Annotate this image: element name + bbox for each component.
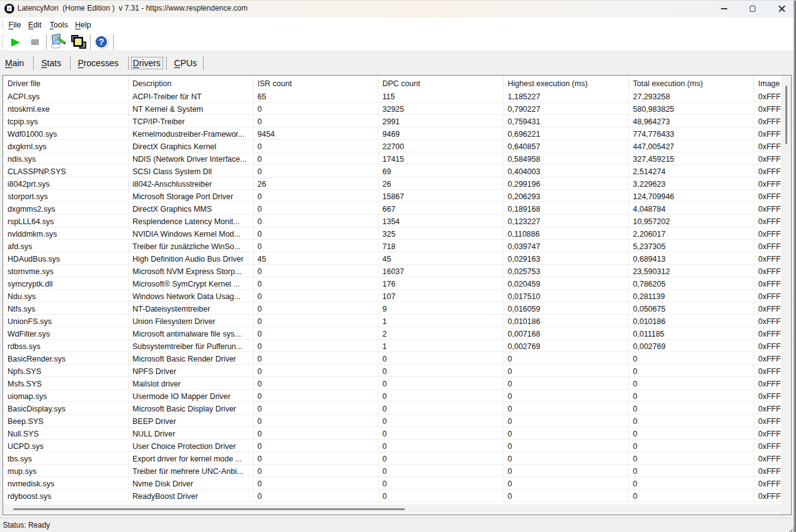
svg-text:?: ? <box>99 37 104 47</box>
